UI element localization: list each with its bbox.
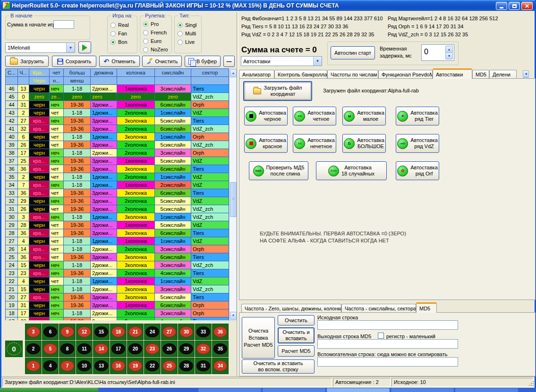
profile-combo[interactable]: 1Melonati ▼ (5, 42, 75, 53)
autostavka-button-ряд-Orf[interactable]: ✿Автоставкаряд Orf (396, 161, 439, 180)
radio-Euro[interactable]: Euro (143, 37, 168, 45)
radio-circle-icon[interactable] (143, 39, 148, 44)
board-cell-24[interactable]: 24 (144, 324, 161, 340)
board-cell-3[interactable]: 3 (25, 324, 42, 340)
board-cell-32[interactable]: 32 (195, 341, 212, 357)
board-cell-22[interactable]: 22 (144, 358, 161, 374)
board-cell-23[interactable]: 23 (144, 341, 161, 357)
autostavka-button-нечетное[interactable]: 1/1Автоставканечетное (293, 134, 336, 153)
maximize-button[interactable] (509, 2, 520, 10)
board-cell-28[interactable]: 28 (178, 358, 195, 374)
bottom-tab-Частота - сикслайны, сектора[interactable]: Частота - сикслайны, сектора (341, 304, 416, 313)
radio-circle-icon[interactable] (143, 22, 148, 27)
resize-grip[interactable] (528, 381, 534, 387)
autospin-start-button[interactable]: Автоспин старт (331, 46, 375, 59)
board-cell-25[interactable]: 25 (161, 358, 178, 374)
play-button[interactable] (78, 42, 91, 53)
chevron-down-icon[interactable]: ▼ (66, 43, 75, 52)
radio-circle-icon[interactable] (111, 40, 116, 45)
radio-circle-icon[interactable] (178, 23, 183, 28)
board-cell-8[interactable]: 8 (59, 341, 76, 357)
save-button[interactable]: Сохранить (52, 56, 96, 67)
radio-Real[interactable]: Real (111, 21, 129, 29)
aux-string-input[interactable] (317, 357, 458, 367)
autostavka-button-БОЛЬШОЕ[interactable]: БАвтоставкаБОЛЬШОЕ (342, 134, 386, 153)
radio-circle-icon[interactable] (143, 30, 148, 35)
board-cell-4[interactable]: 4 (42, 358, 59, 374)
scrollbar-thumb[interactable]: ≡ (230, 182, 237, 217)
spin-down-icon[interactable]: ▼ (445, 52, 453, 59)
radio-circle-icon[interactable] (111, 31, 116, 36)
board-cell-35[interactable]: 35 (212, 341, 229, 357)
board-cell-29[interactable]: 29 (178, 341, 195, 357)
radio-circle-icon[interactable] (143, 47, 148, 52)
autostavka-button-ряд-VdZ[interactable]: vdzАвтоставкаряд VdZ (396, 134, 439, 153)
md5-clear-paste-button[interactable]: Очистить и вставить (278, 327, 315, 343)
autostavka-button-ряд-Tier[interactable]: ✦Автоставкаряд Tier (396, 107, 439, 125)
taskbar-item[interactable] (391, 388, 454, 392)
board-cell-13[interactable]: 13 (93, 358, 110, 374)
board-cell-19[interactable]: 19 (127, 358, 144, 374)
board-cell-33[interactable]: 33 (195, 324, 212, 340)
board-cell-16[interactable]: 16 (110, 358, 127, 374)
taskbar-item[interactable] (198, 388, 261, 392)
start-button[interactable] (0, 388, 98, 392)
autostavka-button-после-спина[interactable]: МД5Проверить МД5после спина (249, 161, 308, 180)
taskbar-item-active[interactable] (327, 388, 390, 392)
autostavka-button-малое[interactable]: мАвтоставкамалое (342, 107, 386, 125)
radio-circle-icon[interactable] (178, 31, 183, 36)
tab-MD5[interactable]: MD5 (472, 70, 489, 79)
tab-Частоты по числам[interactable]: Частоты по числам (327, 70, 378, 79)
radio-Singl[interactable]: Singl (178, 21, 196, 29)
source-string-input[interactable] (317, 320, 458, 330)
radio-circle-icon[interactable] (178, 40, 183, 45)
autostavka-button-черное[interactable]: Автоставкачерное (244, 107, 288, 125)
to-buffer-button[interactable]: В буфер (185, 56, 221, 67)
board-cell-14[interactable]: 14 (93, 341, 110, 357)
taskbar[interactable] (0, 388, 536, 392)
board-cell-9[interactable]: 9 (59, 324, 76, 340)
board-cell-7[interactable]: 7 (59, 358, 76, 374)
start-sum-input[interactable] (53, 20, 74, 29)
taskbar-item[interactable] (455, 388, 518, 392)
radio-French[interactable]: French (143, 28, 168, 37)
tab-Функционал PsevdoMS[interactable]: Функционал PsevdoMS (378, 70, 433, 79)
autobets-combo[interactable]: Автоставки ▼ (241, 56, 322, 66)
board-cell-31[interactable]: 31 (195, 358, 212, 374)
radio-Pro[interactable]: Pro (143, 20, 168, 28)
radio-Multi[interactable]: Multi (178, 29, 196, 38)
tab-Анализатор[interactable]: Анализатор (239, 70, 274, 79)
board-cell-6[interactable]: 6 (42, 324, 59, 340)
radio-Live[interactable]: Live (178, 38, 196, 46)
board-cell-27[interactable]: 27 (161, 324, 178, 340)
minimize-button[interactable] (496, 2, 507, 10)
register-checkbox[interactable] (378, 333, 384, 339)
spin-up-icon[interactable]: ▲ (445, 46, 453, 53)
delay-spinner[interactable]: 0 ▲ ▼ (421, 44, 454, 61)
radio-Bon[interactable]: Bon (111, 38, 129, 46)
load-coords-file-button[interactable]: Загрузить файл координат (243, 81, 312, 101)
taskbar-item[interactable] (263, 388, 325, 392)
board-cell-11[interactable]: 11 (76, 341, 93, 357)
chevron-down-icon[interactable]: ▼ (313, 57, 322, 66)
scroll-up-icon[interactable]: ▲ (230, 69, 237, 77)
autostavka-button-четное[interactable]: 2/2Автоставкачетное (293, 107, 336, 125)
board-cell-12[interactable]: 12 (76, 324, 93, 340)
tab-scroll-left-icon[interactable]: ◄ (523, 70, 529, 77)
board-cell-5[interactable]: 5 (42, 341, 59, 357)
board-cell-34[interactable]: 34 (212, 358, 229, 374)
radio-Fan[interactable]: Fan (111, 29, 129, 38)
clear-paste-calc-button[interactable]: Очистка Вставка Расчет MD5 (242, 317, 275, 359)
board-cell-20[interactable]: 20 (127, 341, 144, 357)
table-scrollbar[interactable]: ▲ ≡ ▼ (229, 68, 237, 321)
bottom-tab-MD5[interactable]: MD5 (416, 302, 437, 313)
board-cell-17[interactable]: 17 (110, 341, 127, 357)
collapse-button[interactable]: — (223, 56, 235, 67)
tab-Делени[interactable]: Делени (489, 70, 517, 79)
board-cell-26[interactable]: 26 (161, 341, 178, 357)
board-cell-0[interactable]: 0 (5, 341, 23, 357)
md5-calc-button[interactable]: Расчет MD5 (278, 345, 315, 357)
md5-clear-button[interactable]: Очистить (278, 315, 315, 325)
radio-NoZero[interactable]: NoZero (143, 45, 168, 54)
title-bar[interactable]: 7 HelperRoullet 5.0- create helperroulle… (0, 0, 536, 11)
